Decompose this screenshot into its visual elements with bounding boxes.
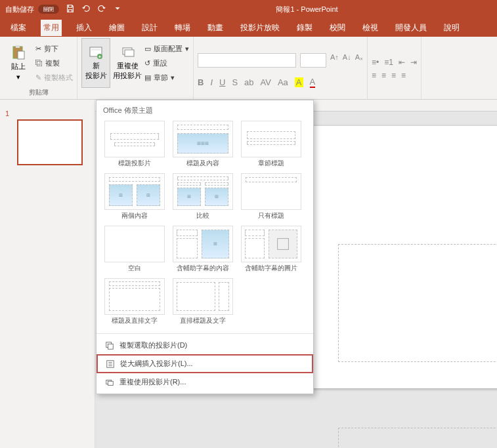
- svg-rect-17: [108, 381, 113, 385]
- tab-insert[interactable]: 插入: [74, 20, 95, 36]
- slide-thumbnail-pane: 1: [0, 100, 95, 448]
- layout-title-only[interactable]: 只有標題: [238, 173, 304, 220]
- font-family-select[interactable]: [198, 53, 296, 68]
- menu-duplicate-selected[interactable]: 複製選取的投影片(D): [97, 336, 313, 354]
- format-painter-button[interactable]: ✎複製格式: [35, 71, 73, 83]
- layout-vertical-text[interactable]: 標題及直排文字: [102, 278, 167, 325]
- align-left-icon[interactable]: ≡: [372, 71, 376, 80]
- numbering-icon[interactable]: ≡1: [384, 58, 393, 67]
- align-right-icon[interactable]: ≡: [391, 71, 396, 80]
- reuse-icon: [120, 45, 135, 60]
- layout-button[interactable]: ▭版面配置▾: [144, 43, 189, 54]
- tab-developer[interactable]: 開發人員: [393, 20, 429, 36]
- svg-rect-4: [91, 49, 100, 51]
- char-spacing-button[interactable]: AV: [261, 77, 271, 87]
- layout-grid: 標題投影片 ⊞⊞⊞ 標題及內容 章節標題 ⊞⊞ 兩個內容 ⊞⊞ 比較 只有標題 …: [97, 118, 313, 331]
- tab-design[interactable]: 設計: [139, 20, 160, 36]
- layout-comparison[interactable]: ⊞⊞ 比較: [170, 173, 236, 220]
- font-size-select[interactable]: [300, 53, 326, 68]
- reuse-slides-icon: [105, 378, 114, 387]
- increase-font-icon[interactable]: A↑: [330, 53, 339, 68]
- placeholder-1[interactable]: [338, 244, 497, 362]
- slide-1-thumbnail[interactable]: [17, 119, 83, 165]
- layout-blank[interactable]: 空白: [102, 226, 167, 273]
- tab-view[interactable]: 檢視: [360, 20, 381, 36]
- bold-button[interactable]: B: [198, 77, 204, 87]
- section-icon: ▤: [144, 73, 151, 82]
- group-slides: ✦ 新 投影片 重複使 用投影片 ▭版面配置▾ ↺重設 ▤章節▾: [77, 37, 194, 99]
- layout-content-caption[interactable]: ⊞ 含輔助字幕的內容: [170, 226, 236, 273]
- svg-rect-11: [108, 344, 113, 349]
- tab-draw[interactable]: 繪圖: [106, 20, 127, 36]
- tab-review[interactable]: 校閱: [327, 20, 348, 36]
- underline-button[interactable]: U: [219, 77, 225, 87]
- tab-slideshow[interactable]: 投影片放映: [238, 20, 282, 36]
- layout-vertical-title-text[interactable]: 直排標題及文字: [170, 278, 236, 325]
- outline-icon: [106, 359, 115, 369]
- autosave-toggle[interactable]: 關閉: [38, 5, 59, 14]
- picture-icon: [269, 230, 297, 258]
- save-icon[interactable]: [66, 4, 75, 14]
- cut-button[interactable]: ✂剪下: [35, 43, 73, 54]
- title-bar: 自動儲存 關閉 簡報1 - PowerPoint: [0, 0, 497, 18]
- align-center-icon[interactable]: ≡: [381, 71, 386, 80]
- decrease-font-icon[interactable]: A↓: [343, 53, 351, 68]
- tab-animations[interactable]: 動畫: [205, 20, 226, 36]
- bullets-icon[interactable]: ≡•: [372, 58, 379, 67]
- svg-text:✦: ✦: [98, 54, 102, 59]
- autosave-group: 自動儲存 關閉: [5, 5, 59, 14]
- group-label-clipboard: 剪貼簿: [4, 88, 73, 98]
- undo-icon[interactable]: [81, 4, 91, 14]
- clear-format-icon[interactable]: Aₓ: [355, 53, 363, 68]
- tab-transitions[interactable]: 轉場: [172, 20, 193, 36]
- new-slide-dropdown: Office 佈景主題 標題投影片 ⊞⊞⊞ 標題及內容 章節標題 ⊞⊞ 兩個內容…: [96, 100, 314, 394]
- layout-picture-caption[interactable]: 含輔助字幕的圖片: [238, 226, 304, 273]
- reset-icon: ↺: [144, 59, 150, 68]
- ribbon-tab-strip: 檔案 常用 插入 繪圖 設計 轉場 動畫 投影片放映 錄製 校閱 檢視 開發人員…: [0, 18, 497, 37]
- tab-file[interactable]: 檔案: [8, 20, 29, 36]
- clipboard-icon: [12, 45, 25, 60]
- justify-icon[interactable]: ≡: [401, 71, 406, 80]
- menu-reuse-slides[interactable]: 重複使用投影片(R)...: [97, 373, 313, 391]
- svg-rect-9: [278, 239, 289, 250]
- indent-inc-icon[interactable]: ⇥: [410, 58, 417, 67]
- svg-rect-2: [18, 51, 24, 59]
- font-color-button[interactable]: A: [310, 77, 316, 88]
- layout-section-header[interactable]: 章節標題: [238, 121, 304, 168]
- theme-section-label: Office 佈景主題: [97, 103, 313, 118]
- new-slide-button[interactable]: ✦ 新 投影片: [81, 38, 110, 88]
- tab-help[interactable]: 說明: [441, 20, 462, 36]
- placeholder-2[interactable]: [338, 428, 497, 448]
- menu-slides-from-outline[interactable]: 從大綱插入投影片(L)...: [97, 354, 313, 373]
- change-case-button[interactable]: Aa: [278, 77, 288, 87]
- layout-title-content[interactable]: ⊞⊞⊞ 標題及內容: [170, 121, 236, 168]
- new-slide-icon: ✦: [89, 45, 103, 60]
- indent-dec-icon[interactable]: ⇤: [399, 58, 405, 67]
- italic-button[interactable]: I: [210, 77, 213, 87]
- svg-rect-8: [125, 50, 134, 56]
- layout-title-slide[interactable]: 標題投影片: [102, 121, 167, 168]
- slide-number: 1: [5, 110, 9, 117]
- reset-button[interactable]: ↺重設: [144, 57, 189, 69]
- chevron-down-icon: ▾: [16, 73, 20, 81]
- qat-dropdown-icon[interactable]: [113, 4, 122, 14]
- layout-icon: ▭: [144, 45, 151, 53]
- document-title: 簡報1 - PowerPoint: [122, 5, 492, 14]
- section-button[interactable]: ▤章節▾: [144, 71, 189, 83]
- tab-home[interactable]: 常用: [41, 20, 62, 36]
- strike-button[interactable]: S: [232, 77, 238, 87]
- group-paragraph: ≡• ≡1 ⇤ ⇥ ≡ ≡ ≡ ≡: [368, 37, 421, 99]
- paste-button[interactable]: 貼上 ▾: [4, 38, 33, 88]
- layout-two-content[interactable]: ⊞⊞ 兩個內容: [102, 173, 167, 220]
- autosave-label: 自動儲存: [5, 5, 34, 14]
- ribbon: 貼上 ▾ ✂剪下 ⿻複製 ✎複製格式 剪貼簿 ✦ 新 投影片 重複使 用投影片 …: [0, 37, 497, 100]
- reuse-slides-button[interactable]: 重複使 用投影片: [113, 38, 142, 88]
- tab-record[interactable]: 錄製: [294, 20, 315, 36]
- highlight-button[interactable]: A: [295, 77, 303, 87]
- redo-icon[interactable]: [97, 4, 106, 14]
- copy-button[interactable]: ⿻複製: [35, 57, 73, 69]
- shadow-button[interactable]: ab: [244, 77, 253, 87]
- quick-access-toolbar: [66, 4, 122, 14]
- copy-icon: ⿻: [35, 59, 43, 67]
- svg-rect-1: [16, 45, 20, 48]
